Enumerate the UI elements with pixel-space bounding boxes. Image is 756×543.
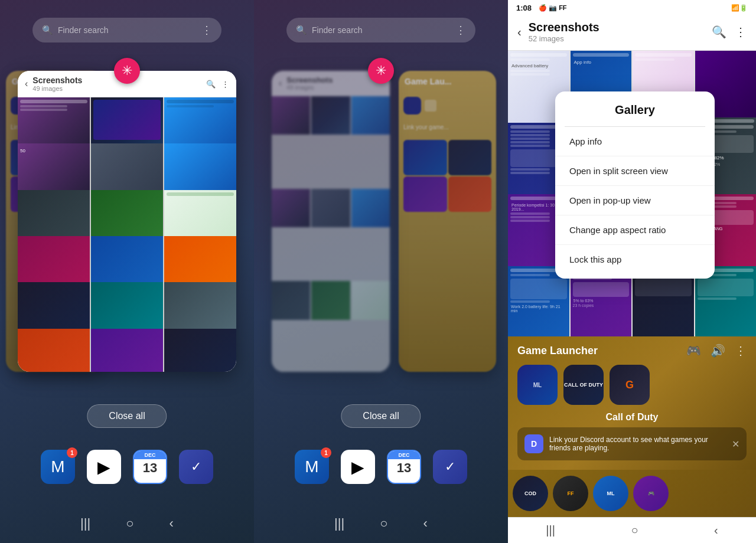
game-launcher-more-icon[interactable]: ⋮ <box>735 344 747 358</box>
left-snowflake-badge: ✳ <box>114 58 140 84</box>
left-dock: M 1 ▶ DEC 13 ✓ <box>41 450 213 484</box>
game-launcher-header-icons: 🎮 🔊 ⋮ <box>686 344 747 358</box>
context-menu-item-aspect-ratio[interactable]: Change app aspect ratio <box>555 215 715 245</box>
middle-dock: M 1 ▶ DEC 13 ✓ <box>295 450 467 484</box>
left-dock-icon-messages[interactable]: M 1 <box>41 450 75 484</box>
middle-dock-icon-playstore[interactable]: ▶ <box>341 450 375 484</box>
middle-close-all-button[interactable]: Close all <box>341 404 421 428</box>
middle-dock-icon-tasks[interactable]: ✓ <box>433 450 467 484</box>
grid-cell-16[interactable] <box>18 329 90 372</box>
left-phone-subtitle: 49 images <box>32 85 82 92</box>
right-status-bar: 1:08 🍎 📷 FF 📶🔋 <box>508 0 756 14</box>
right-page-subtitle: 52 images <box>529 34 705 43</box>
bottom-game-icon-freefire[interactable]: FF <box>553 476 588 511</box>
left-dock-icon-playstore[interactable]: ▶ <box>87 450 121 484</box>
bottom-games-row: COD FF ML 🎮 <box>508 470 756 517</box>
discord-logo-icon: D <box>524 434 543 453</box>
middle-finder-placeholder: Finder search <box>312 25 363 35</box>
right-header-back-icon[interactable]: ‹ <box>517 25 522 39</box>
left-dock-messages-badge: 1 <box>67 447 77 458</box>
gallery-context-menu: Gallery App info Open in split screen vi… <box>555 91 715 279</box>
context-menu-item-lock-app[interactable]: Lock this app <box>555 245 715 274</box>
left-nav-back-icon[interactable]: ‹ <box>170 516 174 531</box>
context-menu-item-app-info[interactable]: App info <box>555 127 715 156</box>
game-launcher-discord-icon[interactable]: 🎮 <box>686 344 701 358</box>
left-panel: 🔍 Finder search ⋮ ✳ Game Lau... Link you… <box>0 0 254 543</box>
middle-finder-search-icon: 🔍 <box>296 25 307 35</box>
left-dock-icon-calendar[interactable]: DEC 13 <box>133 450 167 484</box>
left-finder-bar[interactable]: 🔍 Finder search ⋮ <box>32 18 221 42</box>
bottom-game-icon-mlbb[interactable]: ML <box>593 476 628 511</box>
middle-nav-back-icon[interactable]: ‹ <box>423 516 428 531</box>
middle-game-card: Game Lau... Link your game... <box>399 71 496 372</box>
right-status-app-icons: 🍎 📷 FF <box>539 4 567 12</box>
context-menu-title: Gallery <box>555 91 715 126</box>
game-icons-row: ML CALL OF DUTY G <box>517 365 747 405</box>
left-close-all-button[interactable]: Close all <box>87 404 167 428</box>
game-launcher-volume-icon[interactable]: 🔊 <box>711 344 725 358</box>
middle-snowflake-badge: ✳ <box>368 58 394 84</box>
right-header-title-block: Screenshots 52 images <box>529 21 705 43</box>
right-header-actions: 🔍 ⋮ <box>712 25 747 39</box>
discord-close-icon[interactable]: ✕ <box>732 439 739 450</box>
grid-cell-18[interactable] <box>164 329 236 372</box>
game-launcher-title: Game Launcher <box>517 345 686 357</box>
left-nav-home-icon[interactable]: ○ <box>126 516 133 531</box>
right-nav-menu-icon[interactable]: ||| <box>546 524 555 537</box>
right-nav-bar: ||| ○ ‹ <box>508 517 756 543</box>
discord-banner: D Link your Discord account to see what … <box>517 427 747 460</box>
game-icon-garena[interactable]: G <box>610 365 650 405</box>
middle-finder-dots-icon[interactable]: ⋮ <box>455 24 466 37</box>
right-header: ‹ Screenshots 52 images 🔍 ⋮ <box>508 14 756 51</box>
middle-finder-bar[interactable]: 🔍 Finder search ⋮ <box>286 18 475 42</box>
left-screenshots-grid: 50 <box>18 97 236 372</box>
middle-nav-bar: ||| ○ ‹ <box>334 516 428 531</box>
context-menu-item-split-screen[interactable]: Open in split screen view <box>555 156 715 186</box>
left-nav-menu-icon[interactable]: ||| <box>80 516 90 531</box>
middle-dock-icon-calendar[interactable]: DEC 13 <box>387 450 421 484</box>
left-phone-back-icon[interactable]: ‹ <box>25 78 28 89</box>
right-more-icon[interactable]: ⋮ <box>735 25 747 39</box>
left-finder-placeholder: Finder search <box>58 25 109 35</box>
right-status-time: 1:08 <box>516 4 532 12</box>
left-phone-header-icons: 🔍 ⋮ <box>206 80 229 89</box>
left-nav-bar: ||| ○ ‹ <box>80 516 174 531</box>
game-icon-mobile-legends[interactable]: ML <box>517 365 558 405</box>
middle-nav-menu-icon[interactable]: ||| <box>334 516 344 531</box>
right-nav-home-icon[interactable]: ○ <box>631 524 638 537</box>
left-phone-title: Screenshots <box>32 76 82 85</box>
right-nav-back-icon[interactable]: ‹ <box>714 524 718 537</box>
right-status-icons: 📶🔋 <box>731 4 748 12</box>
left-phone-card: ‹ Screenshots 49 images 🔍 ⋮ 50 <box>18 71 236 372</box>
left-dock-icon-tasks[interactable]: ✓ <box>179 450 213 484</box>
bottom-game-icon-cod[interactable]: COD <box>513 476 548 511</box>
left-finder-search-icon: 🔍 <box>42 25 53 35</box>
middle-dock-icon-messages[interactable]: M 1 <box>295 450 329 484</box>
discord-banner-text: Link your Discord account to see what ga… <box>549 436 726 452</box>
right-page-title: Screenshots <box>529 21 705 34</box>
bottom-game-icon-4[interactable]: 🎮 <box>633 476 669 511</box>
context-menu-item-popup-view[interactable]: Open in pop-up view <box>555 186 715 215</box>
game-launcher-section: Game Launcher 🎮 🔊 ⋮ ML CALL OF DUTY G Ca… <box>508 336 756 470</box>
game-icon-call-of-duty[interactable]: CALL OF DUTY <box>563 365 604 405</box>
middle-blurred-phone: ‹ Screenshots 49 images <box>272 71 390 372</box>
middle-nav-home-icon[interactable]: ○ <box>380 516 387 531</box>
game-launcher-game-name: Call of Duty <box>517 412 747 423</box>
left-phone-more-icon[interactable]: ⋮ <box>221 80 229 89</box>
right-search-icon[interactable]: 🔍 <box>712 25 726 39</box>
grid-cell-17[interactable] <box>91 329 163 372</box>
middle-panel: 🔍 Finder search ⋮ ✳ Game Lau... Link you… <box>254 0 508 543</box>
left-finder-dots-icon[interactable]: ⋮ <box>201 24 212 37</box>
middle-dock-messages-badge: 1 <box>321 447 331 458</box>
left-phone-search-icon[interactable]: 🔍 <box>206 80 216 89</box>
game-launcher-header: Game Launcher 🎮 🔊 ⋮ <box>517 344 747 358</box>
